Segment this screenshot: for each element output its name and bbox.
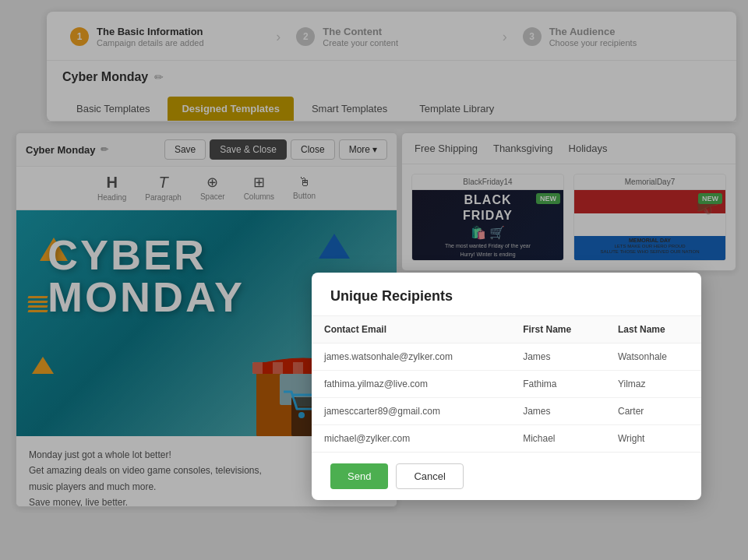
lastname-1: Watsonhale	[605, 343, 701, 371]
modal-header: Unique Recipients	[312, 273, 701, 316]
table-row: james.watsonhale@zylker.com James Watson…	[312, 343, 701, 371]
recipients-table: Contact Email First Name Last Name james…	[312, 316, 701, 452]
table-row: jamesccarter89@gmail.com James Carter	[312, 398, 701, 425]
email-4: michael@zylker.com	[312, 425, 510, 453]
firstname-2: Fathima	[510, 371, 605, 398]
cancel-button[interactable]: Cancel	[396, 463, 463, 489]
lastname-4: Wright	[605, 425, 701, 453]
modal-overlay: Unique Recipients Contact Email First Na…	[0, 0, 748, 560]
email-1: james.watsonhale@zylker.com	[312, 343, 510, 371]
lastname-2: Yilmaz	[605, 371, 701, 398]
col-header-email: Contact Email	[312, 316, 510, 343]
firstname-4: Michael	[510, 425, 605, 453]
send-button[interactable]: Send	[330, 463, 388, 489]
col-header-firstname: First Name	[510, 316, 605, 343]
table-row: fathima.yilmaz@live.com Fathima Yilmaz	[312, 371, 701, 398]
lastname-3: Carter	[605, 398, 701, 425]
email-3: jamesccarter89@gmail.com	[312, 398, 510, 425]
email-2: fathima.yilmaz@live.com	[312, 371, 510, 398]
firstname-3: James	[510, 398, 605, 425]
firstname-1: James	[510, 343, 605, 371]
table-row: michael@zylker.com Michael Wright	[312, 425, 701, 453]
modal-title: Unique Recipients	[330, 288, 683, 305]
modal-footer: Send Cancel	[312, 452, 701, 500]
unique-recipients-modal: Unique Recipients Contact Email First Na…	[312, 273, 701, 500]
col-header-lastname: Last Name	[605, 316, 701, 343]
